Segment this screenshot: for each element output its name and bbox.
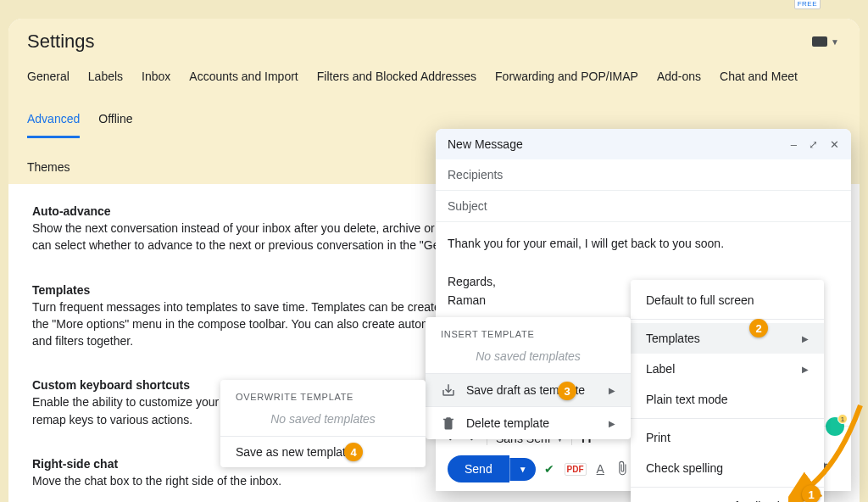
tab-addons[interactable]: Add-ons	[657, 70, 701, 93]
free-badge: FREE	[794, 0, 821, 9]
menu-label: Default to full screen	[646, 293, 754, 307]
insert-template-header: INSERT TEMPLATE	[426, 317, 631, 344]
annotation-badge-2: 2	[749, 319, 768, 337]
menu-label: Templates	[646, 332, 700, 345]
chevron-right-icon: ▶	[802, 334, 809, 343]
no-saved-templates: No saved templates	[426, 344, 631, 373]
pdf-icon[interactable]: PDF	[565, 463, 587, 476]
menu-label: Plain text mode	[646, 393, 728, 406]
menu-check-spelling[interactable]: Check spelling	[631, 453, 824, 483]
overwrite-template-header: OVERWRITE TEMPLATE	[220, 380, 426, 407]
tab-chat[interactable]: Chat and Meet	[720, 70, 798, 93]
grammarly-count: 1	[837, 414, 848, 424]
text-format-icon[interactable]: A	[597, 462, 604, 476]
menu-smart-compose[interactable]: Smart Compose feedback	[631, 491, 824, 502]
trash-icon	[441, 416, 456, 431]
compose-header[interactable]: New Message – ⤢ ✕	[436, 129, 851, 159]
templates-submenu: INSERT TEMPLATE No saved templates Save …	[426, 317, 631, 439]
menu-default-fullscreen[interactable]: Default to full screen	[631, 285, 824, 315]
tab-advanced[interactable]: Advanced	[27, 112, 80, 138]
overwrite-submenu: OVERWRITE TEMPLATE No saved templates Sa…	[220, 380, 426, 467]
tab-general[interactable]: General	[27, 70, 70, 93]
menu-label: Check spelling	[646, 461, 723, 475]
save-icon	[441, 382, 456, 398]
minimize-icon[interactable]: –	[791, 138, 797, 151]
tab-inbox[interactable]: Inbox	[142, 70, 170, 93]
menu-templates[interactable]: Templates ▶	[631, 323, 824, 354]
send-options-button[interactable]: ▼	[509, 458, 536, 481]
tab-forwarding[interactable]: Forwarding and POP/IMAP	[495, 70, 638, 93]
annotation-badge-4: 4	[344, 443, 363, 461]
menu-print[interactable]: Print	[631, 422, 824, 453]
menu-separator	[631, 418, 824, 419]
chevron-down-icon: ▼	[831, 37, 839, 47]
chevron-right-icon: ▶	[609, 419, 615, 428]
menu-separator	[631, 487, 824, 488]
menu-label: Print	[646, 431, 670, 444]
chevron-right-icon: ▶	[802, 365, 809, 374]
menu-separator	[631, 319, 824, 320]
page-title: Settings	[27, 31, 95, 53]
tab-accounts[interactable]: Accounts and Import	[189, 70, 298, 93]
recipients-field[interactable]: Recipients	[436, 159, 851, 191]
menu-plain-text[interactable]: Plain text mode	[631, 384, 824, 415]
close-icon[interactable]: ✕	[830, 138, 839, 151]
body-line: Thank you for your email, I will get bac…	[448, 234, 839, 253]
more-options-menu: Default to full screen Templates ▶ Label…	[631, 280, 824, 502]
tab-labels[interactable]: Labels	[88, 70, 123, 93]
keyboard-icon	[812, 36, 827, 47]
menu-label: Label	[646, 362, 675, 376]
fullscreen-icon[interactable]: ⤢	[809, 138, 818, 151]
annotation-badge-1: 1	[802, 485, 821, 502]
save-as-new-template[interactable]: Save as new template	[220, 436, 426, 467]
submenu-label: Delete template	[466, 416, 549, 430]
subject-field[interactable]: Subject	[436, 191, 851, 222]
submenu-label: Save as new template	[236, 445, 353, 459]
attach-icon[interactable]	[615, 460, 630, 478]
compose-title: New Message	[448, 137, 523, 151]
annotation-badge-3: 3	[558, 382, 576, 400]
send-button[interactable]: Send	[448, 455, 509, 482]
chevron-right-icon: ▶	[609, 386, 615, 395]
tab-filters[interactable]: Filters and Blocked Addresses	[317, 70, 476, 93]
input-tools-button[interactable]: ▼	[812, 36, 839, 47]
checkmark-icon[interactable]: ✔	[544, 462, 554, 476]
grammarly-badge[interactable]: 1	[826, 417, 844, 436]
tab-offline[interactable]: Offline	[98, 112, 132, 138]
save-draft-as-template[interactable]: Save draft as template ▶	[426, 373, 631, 406]
delete-template[interactable]: Delete template ▶	[426, 406, 631, 439]
menu-label-item[interactable]: Label ▶	[631, 354, 824, 384]
no-saved-templates: No saved templates	[220, 407, 426, 436]
